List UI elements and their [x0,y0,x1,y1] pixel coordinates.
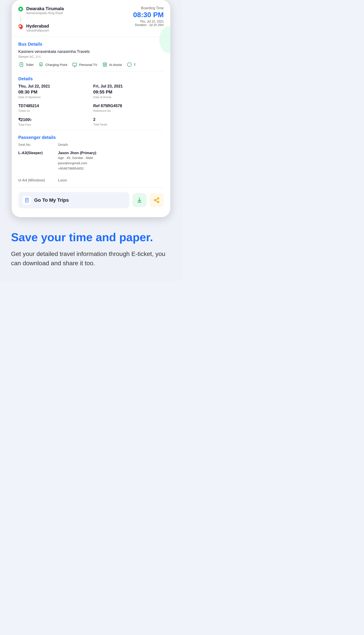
passenger-title: Passenger details [18,135,164,140]
go-to-trips-button[interactable]: Go To My Trips [18,192,129,208]
amenity-toilet: Toilet [18,62,34,68]
passenger-section: Passenger details Seat No. Details L-A3(… [18,130,164,188]
ticket-item: TD7485214 Ticket no [18,104,89,113]
charging-label: Charging Point [46,63,67,67]
col-details-header: Details [58,143,164,146]
origin-sub: Ramavarapadu Ring Road [26,11,64,15]
boarding-section: Boarding Time 08:30 PM Thu, Jul 22, 2021… [133,6,164,32]
passenger-row-1: L-A3(Sleeper) Jason Jhon (Primary) Age :… [18,149,164,173]
details-title: Details [18,76,164,81]
destination-item: Hyderabad Vanasthalipuram [18,24,64,32]
seat-1: L-A3(Sleeper) [18,149,58,173]
ref-item: Ref 875RG4578 Reference No [93,104,164,113]
ticket-label: Ticket no [18,109,89,113]
arrival-time-value: 09:55 PM [93,90,164,95]
bottom-bar: Go To My Trips [12,188,170,211]
seats-label: Total Seats [93,123,164,126]
go-to-trips-label: Go To My Trips [34,197,69,203]
passenger-details-2: Leon [58,176,164,184]
extra-icon [126,62,132,68]
promo-section: Save your time and paper. Get your detai… [0,217,182,281]
route-left: Dwaraka Tirumala Ramavarapadu Ring Road … [18,6,64,32]
passenger-age-1: Age : 45, Gendar : Male [58,155,164,161]
passenger-row-2: U-A4 (Window) Leon [18,176,164,184]
destination-icon [18,24,23,29]
ai-label: AI Assist [109,63,122,67]
departure-label: Date of departure [18,96,89,99]
promo-description: Get your detailed travel information thr… [11,249,171,268]
boarding-label: Boarding Time [133,6,164,10]
svg-rect-2 [73,63,77,66]
share-button[interactable] [150,193,164,207]
amenity-tv: Personal TV [72,62,97,68]
departure-date-value: Thu, Jul 22, 2021 [18,84,89,89]
seats-item: 2 Total Seats [93,117,164,126]
origin-icon [18,7,23,12]
charging-icon [38,62,44,68]
col-seat-header: Seat No. [18,143,58,146]
passenger-header: Seat No. Details [18,143,164,146]
svg-point-4 [104,64,104,65]
destination-text: Hyderabad Vanasthalipuram [26,24,49,32]
bus-details-section: Bus Details Kasineni veravenkata narasim… [18,37,164,72]
destination-sub: Vanasthalipuram [26,29,49,32]
departure-item: Thu, Jul 22, 2021 08:30 PM Date of depar… [18,84,89,99]
svg-point-6 [127,63,131,67]
route-connector [20,17,21,22]
ref-label: Reference No [93,109,164,113]
destination-name: Hyderabad [26,24,49,29]
amenity-extra: T [126,62,136,68]
bus-name: Kasineni veravenkata narasimha Travels [18,49,164,54]
toilet-label: Toilet [26,63,34,67]
seat-2: U-A4 (Window) [18,176,58,184]
fare-item: ₹2100\- Total Fare [18,117,89,126]
passenger-email-1: jasonjhongmail.com [58,161,164,166]
extra-label: T [134,63,136,67]
ref-value: Ref 875RG4578 [93,104,164,108]
route-section: Dwaraka Tirumala Ramavarapadu Ring Road … [12,0,170,37]
bus-details-title: Bus Details [18,42,164,47]
ai-icon [102,62,108,68]
amenities-row: Toilet Charging Point [18,62,164,68]
amenity-charging: Charging Point [38,62,67,68]
boarding-time: 08:30 PM [133,11,164,19]
passenger-name-2: Leon [58,178,164,183]
phone-mockup: Dwaraka Tirumala Ramavarapadu Ring Road … [12,0,170,217]
download-button[interactable] [132,193,146,207]
details-section: Details Thu, Jul 22, 2021 08:30 PM Date … [18,72,164,130]
ticket-value: TD7485214 [18,104,89,108]
svg-rect-3 [103,63,107,66]
map-pin-icon [18,23,24,30]
passenger-phone-1: +6048798854652 [58,166,164,171]
amenity-ai: AI Assist [102,62,122,68]
origin-item: Dwaraka Tirumala Ramavarapadu Ring Road [18,6,64,15]
svg-point-5 [105,64,106,65]
origin-name: Dwaraka Tirumala [26,6,64,11]
page-wrapper: Dwaraka Tirumala Ramavarapadu Ring Road … [0,0,182,281]
svg-rect-0 [20,63,23,67]
fare-label: Total Fare [18,123,89,126]
origin-text: Dwaraka Tirumala Ramavarapadu Ring Road [26,6,64,15]
boarding-duration: Duration : 1d 1h 25m [133,23,164,27]
tv-label: Personal TV [79,63,97,67]
tv-icon [72,62,78,68]
arrival-date-value: Fri, Jul 23, 2021 [93,84,164,89]
arrival-item: Fri, Jul 23, 2021 09:55 PM Date of Arriv… [93,84,164,99]
arrival-label: Date of Arrival [93,96,164,99]
promo-title: Save your time and paper. [11,230,171,244]
passenger-details-1: Jason Jhon (Primary) Age : 45, Gendar : … [58,149,164,173]
toilet-icon [18,62,24,68]
fare-value: ₹2100\- [18,117,89,122]
departure-time-value: 08:30 PM [18,90,89,95]
bus-type: Sleeper AC, 2+1 [18,55,164,59]
seats-value: 2 [93,117,164,122]
boarding-date: Thu, Jul 22, 2021 [133,20,164,23]
details-grid: Thu, Jul 22, 2021 08:30 PM Date of depar… [18,84,164,126]
trips-doc-icon [23,196,31,204]
passenger-name-1: Jason Jhon (Primary) [58,151,164,155]
